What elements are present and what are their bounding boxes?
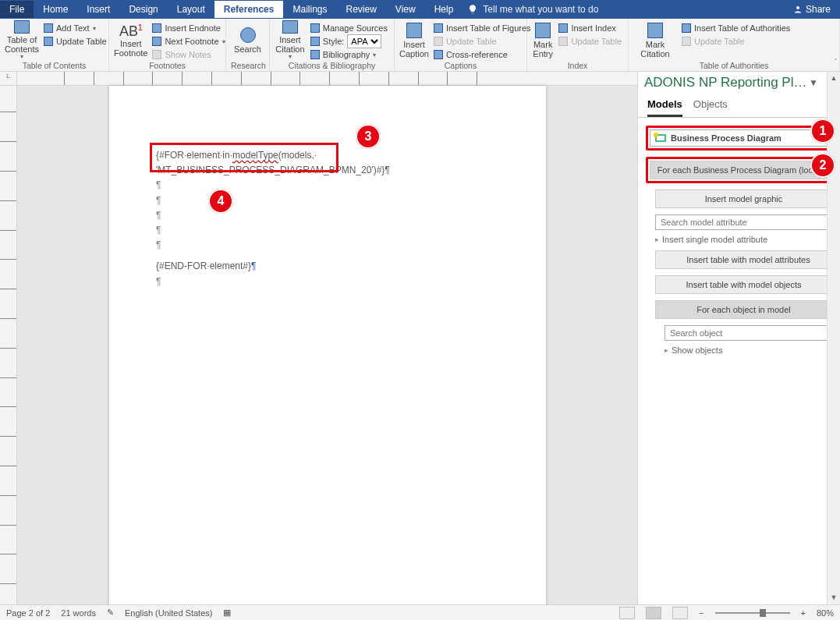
horizontal-ruler[interactable] [17, 72, 637, 86]
mark-citation-button[interactable]: Mark Citation [633, 20, 677, 61]
zoom-slider[interactable] [715, 612, 790, 614]
insert-model-graphic-button[interactable]: Insert model graphic [655, 190, 832, 208]
group-toc: Table of Contents Add Text Update Table … [0, 19, 109, 71]
vertical-ruler[interactable] [0, 86, 17, 604]
pane-scrollbar[interactable]: ▲ ▼ [827, 72, 840, 604]
tab-file[interactable]: File [0, 1, 34, 18]
scroll-up-icon[interactable]: ▲ [828, 72, 840, 85]
spellcheck-icon[interactable]: ✎ [107, 608, 114, 618]
tab-review[interactable]: Review [337, 1, 386, 18]
tab-layout[interactable]: Layout [168, 1, 214, 18]
pane-tabs: Models Objects [638, 94, 840, 118]
read-mode-button[interactable] [619, 607, 635, 619]
tab-design[interactable]: Design [119, 1, 167, 18]
svg-point-0 [796, 6, 799, 9]
update-toc-button[interactable]: Update Table [42, 35, 108, 48]
group-label-footnotes: Footnotes [114, 61, 221, 72]
word-count[interactable]: 21 words [61, 608, 96, 618]
search-object-input[interactable] [665, 325, 832, 341]
group-label-toa: Table of Authorities [633, 61, 835, 72]
pane-header: ADONIS NP Reporting Plu… ▼ ✕ [638, 72, 840, 94]
print-layout-button[interactable] [646, 607, 661, 619]
insert-footnote-button[interactable]: AB1Insert Footnote [114, 20, 147, 61]
menu-tabs: File Home Insert Design Layout Reference… [0, 1, 463, 18]
paragraph-mark: ¶ [156, 193, 491, 208]
for-each-object-button[interactable]: For each object in model [655, 300, 832, 319]
share-button[interactable]: Share [784, 4, 840, 15]
pane-title: ADONIS NP Reporting Plu… [644, 75, 809, 90]
page-indicator[interactable]: Page 2 of 2 [6, 608, 50, 618]
web-layout-button[interactable] [672, 607, 688, 619]
lightbulb-icon [467, 4, 478, 15]
ruler-corner: L [0, 72, 17, 86]
group-captions: Insert Caption Insert Table of Figures U… [395, 19, 527, 71]
search-button[interactable]: Search [231, 20, 264, 61]
next-footnote-button[interactable]: Next Footnote [151, 35, 226, 48]
style-select[interactable]: Style: APA [309, 35, 389, 48]
document-area[interactable]: L {#FOR·element·in·modelType(models,· 'M… [0, 72, 637, 604]
insert-table-objects-button[interactable]: Insert table with model objects [655, 275, 832, 294]
model-type-label: Business Process Diagram [671, 133, 782, 143]
task-pane: ADONIS NP Reporting Plu… ▼ ✕ Models Obje… [637, 72, 840, 604]
mark-entry-button[interactable]: Mark Entry [532, 20, 554, 61]
tab-help[interactable]: Help [425, 1, 463, 18]
cursor-mark: ¶ [251, 260, 256, 271]
code-end: {#END-FOR·element#} [156, 260, 251, 271]
insert-table-attrs-button[interactable]: Insert table with model attributes [655, 250, 832, 269]
update-captions-button: Update Table [432, 35, 533, 48]
zoom-out-button[interactable]: − [699, 608, 704, 618]
group-footnotes: AB1Insert Footnote Insert Endnote Next F… [109, 19, 226, 71]
pane-body: Business Process Diagram ▾ 1 For each Bu… [638, 118, 840, 604]
insert-citation-button[interactable]: Insert Citation [275, 20, 306, 61]
workspace: L {#FOR·element·in·modelType(models,· 'M… [0, 72, 840, 604]
pane-tab-objects[interactable]: Objects [693, 98, 728, 117]
group-label-toc: Table of Contents [5, 61, 104, 72]
paragraph-mark: ¶ [156, 223, 491, 238]
tell-me[interactable]: Tell me what you want to do [483, 4, 598, 15]
pane-menu-icon[interactable]: ▼ [809, 77, 818, 88]
share-label: Share [806, 4, 831, 15]
paragraph-mark: ¶ [156, 208, 491, 223]
group-label-index: Index [532, 61, 623, 72]
insert-caption-button[interactable]: Insert Caption [399, 20, 429, 61]
tab-view[interactable]: View [386, 1, 425, 18]
show-notes-button: Show Notes [151, 48, 226, 61]
status-bar: Page 2 of 2 21 words ✎ English (United S… [0, 604, 840, 620]
pane-tab-models[interactable]: Models [647, 98, 682, 117]
add-text-button[interactable]: Add Text [42, 22, 108, 34]
ribbon: Table of Contents Add Text Update Table … [0, 19, 840, 72]
cross-reference-button[interactable]: Cross-reference [432, 48, 533, 61]
tab-references[interactable]: References [214, 1, 284, 18]
insert-endnote-button[interactable]: Insert Endnote [151, 22, 226, 34]
callout-4: 4 [208, 189, 233, 214]
insert-toa-button[interactable]: Insert Table of Authorities [680, 22, 792, 34]
insert-tof-button[interactable]: Insert Table of Figures [432, 22, 533, 34]
bibliography-button[interactable]: Bibliography [309, 48, 389, 61]
insert-index-button[interactable]: Insert Index [557, 22, 623, 34]
annotation-box-3 [150, 143, 338, 172]
scroll-down-icon[interactable]: ▼ [828, 591, 840, 604]
zoom-in-button[interactable]: + [801, 608, 806, 618]
zoom-value[interactable]: 80% [817, 608, 834, 618]
manage-sources-button[interactable]: Manage Sources [309, 22, 389, 34]
page[interactable]: {#FOR·element·in·modelType(models,· 'MT_… [109, 86, 546, 604]
macro-icon[interactable]: ▦ [223, 608, 231, 618]
toc-button[interactable]: Table of Contents [5, 20, 39, 61]
group-label-citations: Citations & Bibliography [275, 61, 389, 72]
model-type-dropdown[interactable]: Business Process Diagram ▾ [650, 129, 828, 147]
annotation-box-2: For each Business Process Diagram (loop) [646, 157, 832, 183]
group-research: Search Research [226, 19, 270, 71]
update-index-button: Update Table [557, 35, 623, 48]
tab-home[interactable]: Home [34, 1, 77, 18]
style-dropdown[interactable]: APA [347, 34, 381, 48]
tab-mailings[interactable]: Mailings [283, 1, 336, 18]
language-indicator[interactable]: English (United States) [125, 608, 213, 618]
for-each-diagram-button[interactable]: For each Business Process Diagram (loop) [650, 161, 828, 179]
title-bar: File Home Insert Design Layout Reference… [0, 0, 840, 19]
collapse-ribbon-icon[interactable]: ˆ [835, 58, 837, 69]
update-toa-button: Update Table [680, 35, 792, 48]
search-attribute-input[interactable] [655, 214, 832, 230]
show-objects-disclose[interactable]: Show objects [665, 345, 832, 355]
tab-insert[interactable]: Insert [77, 1, 119, 18]
insert-single-attr-disclose[interactable]: Insert single model attribute [655, 235, 832, 244]
